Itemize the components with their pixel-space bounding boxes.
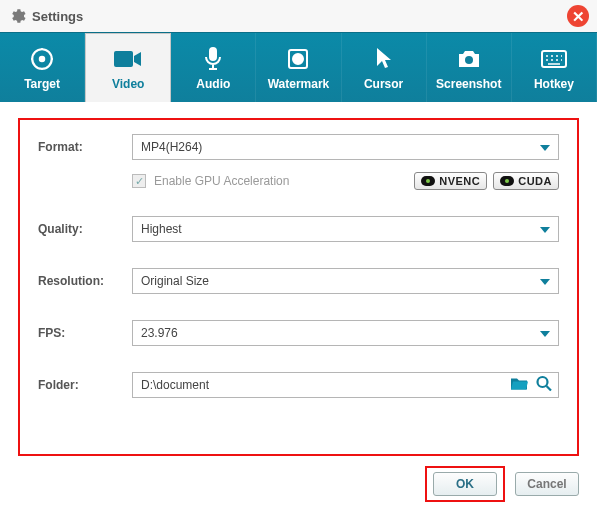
nvenc-badge: NVENC [414, 172, 487, 190]
open-folder-icon[interactable] [510, 377, 528, 394]
quality-row: Quality: Highest [38, 216, 559, 242]
format-label: Format: [38, 140, 116, 154]
format-row: Format: MP4(H264) [38, 134, 559, 160]
tab-label: Audio [196, 77, 230, 91]
keyboard-icon [540, 45, 568, 73]
gpu-checkbox-label: Enable GPU Acceleration [154, 174, 289, 188]
resolution-value: Original Size [141, 274, 209, 288]
gear-icon [8, 7, 26, 25]
close-button[interactable]: ✕ [567, 5, 589, 27]
tab-label: Screenshot [436, 77, 501, 91]
tab-label: Cursor [364, 77, 403, 91]
watermark-icon [286, 45, 310, 73]
resolution-label: Resolution: [38, 274, 116, 288]
panel-wrap: Format: MP4(H264) ✓ Enable GPU Accelerat… [0, 102, 597, 466]
svg-point-1 [40, 56, 44, 60]
tab-label: Video [112, 77, 144, 91]
video-icon [113, 45, 143, 73]
svg-rect-2 [114, 51, 133, 67]
cursor-icon [374, 45, 394, 73]
tab-label: Target [24, 77, 60, 91]
nvenc-text: NVENC [439, 175, 480, 187]
tab-target[interactable]: Target [0, 33, 85, 102]
folder-field[interactable]: D:\document [132, 372, 559, 398]
tabbar: Target Video Audio Watermark Cursor Scre… [0, 32, 597, 102]
titlebar-left: Settings [8, 7, 83, 25]
tab-label: Hotkey [534, 77, 574, 91]
folder-row: Folder: D:\document [38, 372, 559, 398]
microphone-icon [202, 45, 224, 73]
chevron-down-icon [540, 140, 550, 154]
ok-highlight: OK [425, 466, 505, 502]
tab-cursor[interactable]: Cursor [342, 33, 427, 102]
nvidia-eye-icon [500, 176, 514, 186]
cuda-badge: CUDA [493, 172, 559, 190]
fps-row: FPS: 23.976 [38, 320, 559, 346]
nvidia-eye-icon [421, 176, 435, 186]
folder-actions [510, 376, 552, 395]
quality-value: Highest [141, 222, 182, 236]
tab-screenshot[interactable]: Screenshot [427, 33, 512, 102]
titlebar: Settings ✕ [0, 0, 597, 32]
svg-point-5 [465, 56, 473, 64]
fps-select[interactable]: 23.976 [132, 320, 559, 346]
cuda-text: CUDA [518, 175, 552, 187]
fps-value: 23.976 [141, 326, 178, 340]
tab-audio[interactable]: Audio [171, 33, 256, 102]
format-value: MP4(H264) [141, 140, 202, 154]
quality-label: Quality: [38, 222, 116, 236]
tab-hotkey[interactable]: Hotkey [512, 33, 597, 102]
footer: OK Cancel [0, 466, 597, 511]
folder-label: Folder: [38, 378, 116, 392]
svg-rect-3 [209, 47, 217, 61]
svg-point-7 [538, 377, 548, 387]
tab-video[interactable]: Video [85, 33, 171, 102]
chevron-down-icon [540, 326, 550, 340]
tab-watermark[interactable]: Watermark [256, 33, 341, 102]
tab-label: Watermark [268, 77, 330, 91]
folder-value: D:\document [141, 378, 209, 392]
video-settings-panel: Format: MP4(H264) ✓ Enable GPU Accelerat… [18, 118, 579, 456]
cancel-button[interactable]: Cancel [515, 472, 579, 496]
resolution-select[interactable]: Original Size [132, 268, 559, 294]
chevron-down-icon [540, 274, 550, 288]
gpu-badges: NVENC CUDA [414, 172, 559, 190]
format-select[interactable]: MP4(H264) [132, 134, 559, 160]
chevron-down-icon [540, 222, 550, 236]
ok-button[interactable]: OK [433, 472, 497, 496]
quality-select[interactable]: Highest [132, 216, 559, 242]
target-icon [29, 45, 55, 73]
resolution-row: Resolution: Original Size [38, 268, 559, 294]
browse-icon[interactable] [536, 376, 552, 395]
gpu-row: ✓ Enable GPU Acceleration NVENC CUDA [132, 172, 559, 190]
fps-label: FPS: [38, 326, 116, 340]
camera-icon [456, 45, 482, 73]
window-title: Settings [32, 9, 83, 24]
gpu-checkbox[interactable]: ✓ [132, 174, 146, 188]
